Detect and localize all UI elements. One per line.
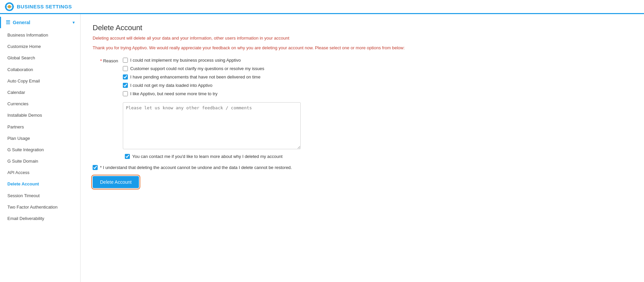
reason-option-4: I could not get my data loaded into Appt…	[123, 83, 301, 88]
sidebar-item-gsuite-domain[interactable]: G Suite Domain	[0, 156, 80, 167]
sidebar-item-business-information[interactable]: Business Information	[0, 30, 80, 41]
sidebar-item-calendar[interactable]: Calendar	[0, 87, 80, 98]
reason-label: * Reason	[93, 58, 123, 63]
understand-row: * I understand that deleting the account…	[93, 165, 632, 170]
understand-checkbox[interactable]	[93, 165, 98, 170]
app-logo	[5, 2, 14, 11]
page-title: Delete Account	[93, 23, 632, 32]
understand-label: * I understand that deleting the account…	[100, 165, 292, 170]
reason-option-3: I have pending enhancements that have no…	[123, 74, 301, 79]
contact-checkbox[interactable]	[125, 154, 130, 159]
header: BUSINESS SETTINGS	[0, 0, 644, 14]
reason-checkbox-4[interactable]	[123, 83, 128, 88]
reason-option-2: Customer support could not clarify my qu…	[123, 66, 301, 71]
reason-label-1: I could not implement my business proces…	[130, 58, 241, 63]
reason-row: * Reason I could not implement my busine…	[93, 58, 632, 149]
sidebar-item-installable-demos[interactable]: Installable Demos	[0, 110, 80, 121]
sidebar-item-customize-home[interactable]: Customize Home	[0, 41, 80, 52]
sidebar-item-collaboration[interactable]: Collaboration	[0, 64, 80, 75]
sidebar-item-global-search[interactable]: Global Search	[0, 52, 80, 64]
reason-label-5: I like Apptivo, but need some more time …	[130, 91, 217, 96]
chevron-down-icon: ▼	[72, 20, 76, 24]
reason-checkbox-1[interactable]	[123, 58, 128, 63]
feedback-textarea[interactable]	[123, 102, 301, 149]
contact-row: You can contact me if you'd like to lear…	[125, 154, 632, 159]
sidebar-item-partners[interactable]: Partners	[0, 121, 80, 133]
delete-btn-wrapper: Delete Account	[93, 176, 632, 188]
checkboxes-column: I could not implement my business proces…	[123, 58, 301, 149]
sidebar-item-api-access[interactable]: API Access	[0, 167, 80, 178]
header-title: BUSINESS SETTINGS	[17, 4, 72, 9]
sidebar: ☰ General ▼ Business Information Customi…	[0, 14, 81, 282]
sidebar-item-email-deliverability[interactable]: Email Deliverability	[0, 213, 80, 224]
sidebar-item-plan-usage[interactable]: Plan Usage	[0, 133, 80, 144]
reason-label-2: Customer support could not clarify my qu…	[130, 66, 264, 71]
sidebar-general-header[interactable]: ☰ General ▼	[0, 17, 80, 28]
sidebar-item-delete-account[interactable]: Delete Account	[0, 178, 80, 190]
reason-option-1: I could not implement my business proces…	[123, 58, 301, 63]
sidebar-general-label: General	[13, 20, 30, 25]
main-content: Delete Account Deleting account will del…	[81, 14, 644, 282]
sidebar-item-gsuite-integration[interactable]: G Suite Integration	[0, 144, 80, 156]
sidebar-item-two-factor-auth[interactable]: Two Factor Authentication	[0, 202, 80, 213]
thank-you-text: Thank you for trying Apptivo. We would r…	[93, 45, 632, 50]
contact-label: You can contact me if you'd like to lear…	[132, 154, 283, 159]
page-layout: ☰ General ▼ Business Information Customi…	[0, 14, 644, 282]
svg-rect-3	[5, 6, 14, 7]
reason-checkbox-2[interactable]	[123, 66, 128, 71]
sidebar-collapse-handle[interactable]: ◀	[80, 142, 81, 155]
reason-label-4: I could not get my data loaded into Appt…	[130, 83, 212, 88]
sidebar-item-auto-copy-email[interactable]: Auto Copy Email	[0, 75, 80, 87]
reason-checkbox-3[interactable]	[123, 74, 128, 79]
general-icon: ☰	[6, 19, 10, 25]
delete-account-button[interactable]: Delete Account	[93, 176, 139, 188]
reason-checkbox-5[interactable]	[123, 91, 128, 96]
warning-text: Deleting account will delete all your da…	[93, 36, 632, 41]
sidebar-item-currencies[interactable]: Currencies	[0, 98, 80, 110]
reason-label-3: I have pending enhancements that have no…	[130, 74, 260, 79]
sidebar-item-session-timeout[interactable]: Session Timeout	[0, 190, 80, 202]
required-star: *	[100, 58, 103, 63]
reason-option-5: I like Apptivo, but need some more time …	[123, 91, 301, 96]
